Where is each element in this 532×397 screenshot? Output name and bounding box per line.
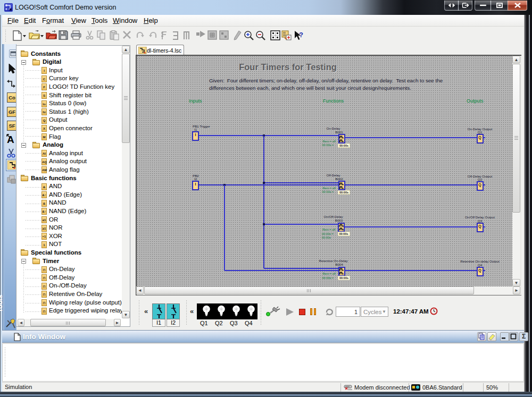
svg-text:?: ? <box>299 31 303 39</box>
